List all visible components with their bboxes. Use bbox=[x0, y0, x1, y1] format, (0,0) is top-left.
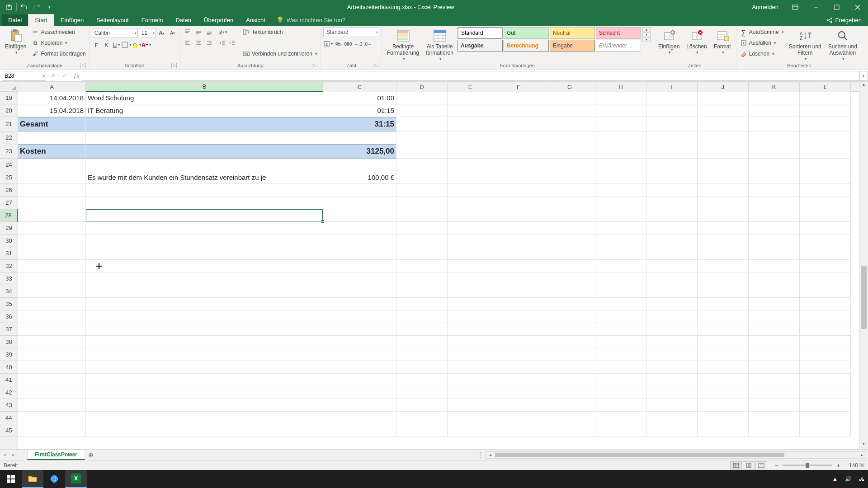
cell-F24[interactable] bbox=[493, 159, 544, 171]
cell-K34[interactable] bbox=[749, 285, 800, 298]
cell-E29[interactable] bbox=[448, 222, 493, 235]
cell-A28[interactable] bbox=[18, 209, 86, 222]
cell-D29[interactable] bbox=[396, 222, 448, 235]
zoom-in-button[interactable]: + bbox=[835, 462, 842, 469]
row-header-29[interactable]: 29 bbox=[0, 222, 18, 235]
cell-J26[interactable] bbox=[698, 184, 749, 197]
clear-button[interactable]: Löschen▾ bbox=[739, 49, 785, 59]
row-header-35[interactable]: 35 bbox=[0, 298, 18, 310]
cell-J20[interactable] bbox=[698, 104, 749, 117]
cell-G45[interactable] bbox=[544, 424, 595, 437]
fill-button[interactable]: Ausfüllen▾ bbox=[739, 38, 785, 48]
cell-C39[interactable] bbox=[323, 348, 396, 361]
cell-A22[interactable] bbox=[18, 131, 86, 144]
save-icon[interactable] bbox=[3, 0, 15, 14]
tab-scroll-splitter[interactable]: ⋮ bbox=[476, 450, 484, 460]
cell-C41[interactable] bbox=[323, 374, 396, 386]
cell-B20[interactable]: IT Beratung bbox=[86, 104, 323, 117]
cell-J43[interactable] bbox=[698, 399, 749, 412]
cell-F25[interactable] bbox=[493, 171, 544, 184]
cell-G23[interactable] bbox=[544, 144, 595, 159]
formula-input[interactable] bbox=[82, 71, 860, 81]
cell-L21[interactable] bbox=[800, 117, 851, 131]
cell-G38[interactable] bbox=[544, 336, 595, 348]
cell-H40[interactable] bbox=[595, 361, 646, 374]
cell-F35[interactable] bbox=[493, 298, 544, 310]
expand-formula-bar-button[interactable]: ▾ bbox=[860, 71, 868, 81]
cell-B30[interactable] bbox=[86, 235, 323, 247]
cell-H38[interactable] bbox=[595, 336, 646, 348]
tray-speaker-icon[interactable]: 🔊 bbox=[841, 470, 855, 488]
cell-H43[interactable] bbox=[595, 399, 646, 412]
cell-K31[interactable] bbox=[749, 247, 800, 260]
cell-J37[interactable] bbox=[698, 323, 749, 336]
cell-D20[interactable] bbox=[396, 104, 448, 117]
cell-B25[interactable]: Es wurde mit dem Kunden ein Stundensatz … bbox=[86, 171, 323, 184]
cell-A34[interactable] bbox=[18, 285, 86, 298]
cell-K30[interactable] bbox=[749, 235, 800, 247]
row-header-32[interactable]: 32 bbox=[0, 260, 18, 272]
row-header-28[interactable]: 28 bbox=[0, 209, 18, 222]
cell-F34[interactable] bbox=[493, 285, 544, 298]
cell-J25[interactable] bbox=[698, 171, 749, 184]
cell-G25[interactable] bbox=[544, 171, 595, 184]
cell-L36[interactable] bbox=[800, 310, 851, 323]
cell-D43[interactable] bbox=[396, 399, 448, 412]
italic-button[interactable]: K bbox=[102, 40, 112, 50]
cell-G37[interactable] bbox=[544, 323, 595, 336]
cell-D32[interactable] bbox=[396, 260, 448, 272]
zoom-percent[interactable]: 140 % bbox=[842, 462, 864, 469]
cell-A40[interactable] bbox=[18, 361, 86, 374]
redo-icon[interactable] bbox=[30, 0, 43, 14]
percent-format-button[interactable]: % bbox=[333, 39, 343, 49]
cell-H27[interactable] bbox=[595, 197, 646, 209]
bold-button[interactable]: F bbox=[92, 40, 102, 50]
name-box[interactable]: B28▾ bbox=[2, 71, 46, 81]
cell-E39[interactable] bbox=[448, 348, 493, 361]
cell-B34[interactable] bbox=[86, 285, 323, 298]
cell-G39[interactable] bbox=[544, 348, 595, 361]
cell-J39[interactable] bbox=[698, 348, 749, 361]
row-header-21[interactable]: 21 bbox=[0, 117, 18, 131]
fill-color-button[interactable]: ▾ bbox=[132, 40, 142, 50]
cell-A20[interactable]: 15.04.2018 bbox=[18, 104, 86, 117]
dialog-launcher-icon[interactable]: ↘ bbox=[80, 63, 86, 68]
ribbon-display-options-icon[interactable] bbox=[785, 0, 806, 14]
number-format-select[interactable]: Standard▾ bbox=[323, 27, 379, 37]
cell-I26[interactable] bbox=[646, 184, 698, 197]
cell-E28[interactable] bbox=[448, 209, 493, 222]
cell-E36[interactable] bbox=[448, 310, 493, 323]
column-header-D[interactable]: D bbox=[396, 82, 448, 92]
cell-L37[interactable] bbox=[800, 323, 851, 336]
cell-K25[interactable] bbox=[749, 171, 800, 184]
cell-C25[interactable]: 100,00 € bbox=[323, 171, 396, 184]
tab-file[interactable]: Datei bbox=[2, 14, 28, 26]
column-header-C[interactable]: C bbox=[323, 82, 396, 92]
sort-filter-button[interactable]: AZ Sortieren und Filtern▾ bbox=[786, 27, 824, 61]
cell-I40[interactable] bbox=[646, 361, 698, 374]
cell-C34[interactable] bbox=[323, 285, 396, 298]
cell-E31[interactable] bbox=[448, 247, 493, 260]
cell-G42[interactable] bbox=[544, 386, 595, 399]
cell-I28[interactable] bbox=[646, 209, 698, 222]
cell-H31[interactable] bbox=[595, 247, 646, 260]
cell-B37[interactable] bbox=[86, 323, 323, 336]
cell-K35[interactable] bbox=[749, 298, 800, 310]
cell-K43[interactable] bbox=[749, 399, 800, 412]
zoom-slider[interactable] bbox=[783, 465, 832, 466]
row-header-41[interactable]: 41 bbox=[0, 374, 18, 386]
cell-I24[interactable] bbox=[646, 159, 698, 171]
cell-I30[interactable] bbox=[646, 235, 698, 247]
cell-L38[interactable] bbox=[800, 336, 851, 348]
cell-H42[interactable] bbox=[595, 386, 646, 399]
signin-button[interactable]: Anmelden bbox=[745, 0, 785, 14]
cell-B42[interactable] bbox=[86, 386, 323, 399]
cell-J38[interactable] bbox=[698, 336, 749, 348]
cell-K20[interactable] bbox=[749, 104, 800, 117]
cell-F29[interactable] bbox=[493, 222, 544, 235]
cell-K38[interactable] bbox=[749, 336, 800, 348]
cell-K37[interactable] bbox=[749, 323, 800, 336]
cell-J36[interactable] bbox=[698, 310, 749, 323]
cell-F43[interactable] bbox=[493, 399, 544, 412]
insert-cells-button[interactable]: Einfügen▾ bbox=[656, 27, 682, 55]
